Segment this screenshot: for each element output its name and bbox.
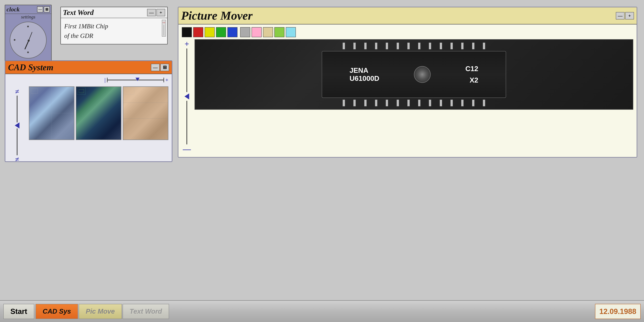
clock-minimize-button[interactable]: — xyxy=(37,6,43,12)
color-swatch-cyan[interactable] xyxy=(286,27,296,37)
chip-lens xyxy=(414,66,431,83)
svg-line-0 xyxy=(25,40,29,49)
chip-pin xyxy=(397,42,399,49)
chip-pin xyxy=(429,42,431,49)
color-palette xyxy=(182,27,633,37)
cad-taskbar-button[interactable]: CAD Sys xyxy=(36,304,78,319)
chip-markings: C12 X2 xyxy=(466,65,478,84)
clock-maximize-button[interactable]: ⊞ xyxy=(44,6,50,12)
picmover-minus-button[interactable]: — xyxy=(183,144,191,154)
clock-title: clock xyxy=(6,6,20,13)
color-swatch-yellow[interactable] xyxy=(204,27,215,37)
color-swatch-pink[interactable] xyxy=(252,27,262,37)
cad-widget: CAD System — ⊞ | + ≠ ≠ xyxy=(5,60,172,162)
clock-hands xyxy=(10,22,47,59)
scroll-up-arrow: ⇨ xyxy=(162,21,165,24)
svg-rect-3 xyxy=(31,88,38,94)
cad-chip-images xyxy=(29,86,168,140)
cad-triangle-control[interactable] xyxy=(15,122,20,128)
color-swatch-blue[interactable] xyxy=(228,27,238,37)
cad-toolbar: | + xyxy=(9,77,168,83)
chip-pin xyxy=(386,42,388,49)
picmover-buttons: — + xyxy=(616,12,634,20)
clock-face xyxy=(10,22,46,58)
picmover-controls: + — xyxy=(182,39,192,154)
chip-pin xyxy=(364,42,366,49)
chip-text-c12: C12 xyxy=(466,65,478,73)
picmove-taskbar-button[interactable]: Pic Move xyxy=(79,304,122,319)
chip-pin xyxy=(353,100,356,106)
chip-pin xyxy=(343,42,345,49)
cad-slider-thumb[interactable] xyxy=(136,78,140,81)
chip-pin xyxy=(440,42,442,49)
svg-rect-7 xyxy=(79,90,84,93)
picmover-widget: Picture Mover — + + xyxy=(178,7,637,158)
cad-slider-track[interactable] xyxy=(107,80,164,80)
picmover-maximize-button[interactable]: + xyxy=(625,12,634,20)
textword-taskbar-button[interactable]: Text Word xyxy=(122,304,169,319)
color-swatch-lime[interactable] xyxy=(274,27,284,37)
chip-body: JENA U61000D C12 X2 xyxy=(322,42,506,106)
chip-pin xyxy=(418,100,420,106)
cad-line-top xyxy=(17,96,18,122)
textword-title: Text Word xyxy=(63,8,94,17)
svg-point-2 xyxy=(28,40,30,42)
svg-rect-6 xyxy=(77,88,86,94)
chip2-overlay xyxy=(76,87,121,140)
color-swatch-tan[interactable] xyxy=(263,27,273,37)
chip-label-group: JENA U61000D xyxy=(350,66,379,82)
start-button[interactable]: Start xyxy=(3,304,34,319)
textword-content: First 1MBit Chip of the GDR ⇨ xyxy=(61,18,167,44)
chip-pin xyxy=(429,100,431,106)
scroll-track xyxy=(164,25,164,36)
clock-widget: clock — ⊞ settings xyxy=(5,5,52,61)
cad-chip-image-2 xyxy=(76,86,122,140)
clock-titlebar: clock — ⊞ xyxy=(5,5,51,14)
chip-pin xyxy=(407,42,410,49)
cad-sym-top: ≠ xyxy=(15,88,19,96)
chip-pin xyxy=(353,42,356,49)
picmover-triangle-control[interactable] xyxy=(184,94,189,100)
chip-pin xyxy=(472,100,474,106)
cad-sym-bot: ≠ xyxy=(15,155,19,163)
picmover-minimize-button[interactable]: — xyxy=(616,12,624,20)
cad-minimize-button[interactable]: — xyxy=(151,64,160,71)
textword-scrollbar[interactable]: ⇨ xyxy=(162,20,166,36)
picmover-line-bottom xyxy=(186,101,187,144)
cad-slider-plus[interactable]: + xyxy=(165,77,168,83)
textword-minimize-button[interactable]: — xyxy=(147,9,156,16)
textword-titlebar: Text Word — + xyxy=(61,7,167,18)
cad-content: | + ≠ ≠ xyxy=(5,74,172,161)
chip-pins-bottom xyxy=(338,98,489,106)
picmover-plus-button[interactable]: + xyxy=(184,39,189,48)
chip1-overlay xyxy=(29,87,74,140)
chip-pin xyxy=(450,42,453,49)
picmover-line-top xyxy=(186,48,187,92)
textword-line2: of the GDR xyxy=(64,31,164,40)
cad-titlebar: CAD System — ⊞ xyxy=(5,61,172,74)
cad-chip-image-3 xyxy=(123,86,168,140)
cad-slider-right-end xyxy=(164,78,164,82)
chip-pin xyxy=(450,100,453,106)
clock-buttons: — ⊞ xyxy=(37,6,50,12)
color-swatch-green[interactable] xyxy=(216,27,226,37)
color-swatch-gray[interactable] xyxy=(240,27,250,37)
cad-buttons: — ⊞ xyxy=(151,64,169,71)
cad-slider-minus[interactable]: | xyxy=(104,77,106,83)
cad-chip-image-1 xyxy=(29,86,74,140)
taskbar-date: 12.09.1988 xyxy=(595,304,641,319)
cad-slider-left-end xyxy=(107,78,108,82)
chip-pin xyxy=(364,100,366,106)
color-swatch-black[interactable] xyxy=(182,27,192,37)
textword-maximize-button[interactable]: + xyxy=(156,9,165,16)
chip-pin xyxy=(375,100,377,106)
color-swatch-red[interactable] xyxy=(193,27,203,37)
chip-pin xyxy=(461,100,464,106)
chip-pin xyxy=(407,100,410,106)
cad-maximize-button[interactable]: ⊞ xyxy=(160,64,169,71)
svg-line-1 xyxy=(29,32,32,40)
clock-settings-label: settings xyxy=(5,14,51,20)
chip-pins-top xyxy=(338,42,489,51)
chip-text-model: U61000D xyxy=(350,74,379,82)
chip-pin xyxy=(386,100,388,106)
